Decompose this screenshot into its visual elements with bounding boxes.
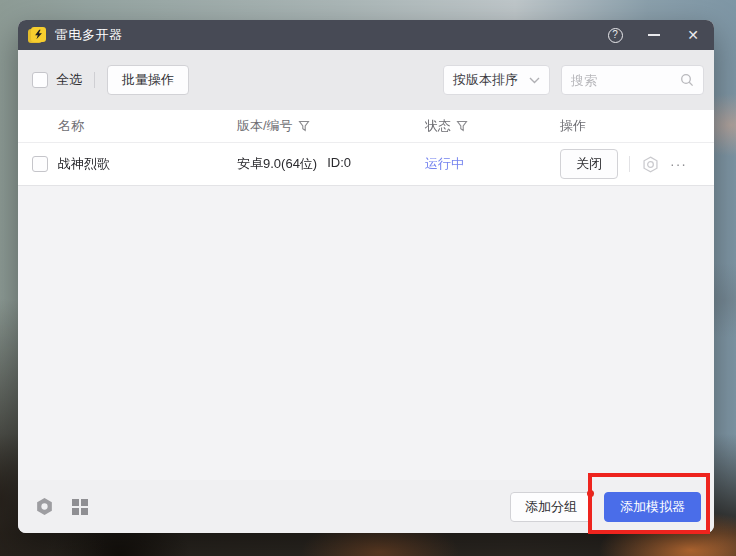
lightning-bolt-icon bbox=[33, 29, 44, 40]
app-logo-icon bbox=[30, 27, 47, 44]
operations-divider bbox=[629, 156, 630, 172]
sort-dropdown-value: 按版本排序 bbox=[453, 71, 529, 89]
gear-icon bbox=[34, 496, 55, 517]
window-title: 雷电多开器 bbox=[55, 26, 123, 44]
instance-list-empty-area bbox=[18, 186, 714, 480]
column-header-name: 名称 bbox=[58, 117, 237, 135]
toolbar: 全选 批量操作 按版本排序 bbox=[18, 50, 714, 110]
settings-button[interactable] bbox=[34, 496, 55, 517]
search-icon bbox=[680, 73, 694, 87]
column-header-status: 状态 bbox=[425, 117, 560, 135]
filter-icon[interactable] bbox=[298, 120, 310, 132]
close-instance-button[interactable]: 关闭 bbox=[560, 149, 618, 179]
more-options-button[interactable]: ··· bbox=[670, 159, 687, 169]
instance-name: 战神烈歌 bbox=[58, 155, 237, 173]
grid-icon bbox=[71, 498, 89, 516]
footer-bar: 添加分组 添加模拟器 bbox=[18, 480, 714, 533]
sort-dropdown[interactable]: 按版本排序 bbox=[443, 65, 550, 95]
titlebar[interactable]: 雷电多开器 ? ✕ bbox=[18, 20, 714, 50]
filter-icon[interactable] bbox=[456, 120, 468, 132]
select-all-checkbox[interactable] bbox=[32, 72, 48, 88]
row-checkbox[interactable] bbox=[32, 156, 48, 172]
help-icon: ? bbox=[608, 28, 623, 43]
row-operations: 关闭 ··· bbox=[560, 149, 714, 179]
chevron-down-icon bbox=[529, 77, 540, 84]
add-emulator-button[interactable]: 添加模拟器 bbox=[604, 492, 701, 522]
gear-icon bbox=[641, 155, 660, 174]
search-input[interactable] bbox=[571, 73, 680, 88]
search-box bbox=[561, 65, 704, 95]
app-window: 雷电多开器 ? ✕ 全选 批量操作 按版本排序 bbox=[18, 20, 714, 533]
grid-view-button[interactable] bbox=[71, 498, 89, 516]
minimize-icon bbox=[648, 34, 660, 36]
add-group-button[interactable]: 添加分组 bbox=[510, 492, 592, 522]
status-badge: 运行中 bbox=[425, 155, 560, 173]
minimize-button[interactable] bbox=[645, 26, 663, 44]
instance-settings-button[interactable] bbox=[641, 155, 660, 174]
column-header-operation: 操作 bbox=[560, 117, 714, 135]
toolbar-divider bbox=[94, 72, 95, 88]
select-all-label[interactable]: 全选 bbox=[56, 71, 82, 89]
notification-dot bbox=[587, 490, 594, 497]
help-button[interactable]: ? bbox=[606, 26, 624, 44]
batch-operations-button[interactable]: 批量操作 bbox=[107, 65, 189, 95]
table-row[interactable]: 战神烈歌 安卓9.0(64位) ID:0 运行中 关闭 ··· bbox=[18, 143, 714, 186]
instance-version: 安卓9.0(64位) ID:0 bbox=[237, 155, 425, 173]
column-header-version: 版本/编号 bbox=[237, 117, 425, 135]
close-button[interactable]: ✕ bbox=[684, 26, 702, 44]
table-header: 名称 版本/编号 状态 操作 bbox=[18, 110, 714, 143]
